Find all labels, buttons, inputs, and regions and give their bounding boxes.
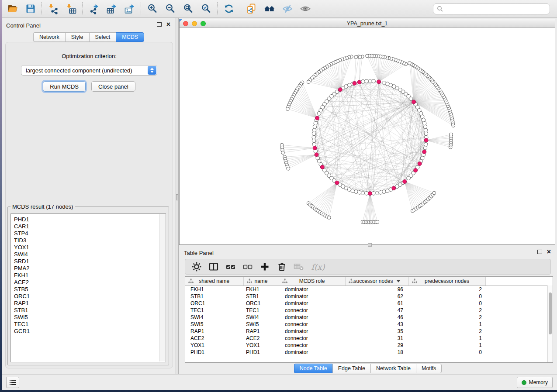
network-node[interactable] xyxy=(432,191,436,195)
mcds-result-item[interactable]: ORC1 xyxy=(14,293,159,300)
close-panel-icon[interactable]: × xyxy=(166,22,170,27)
table-row[interactable]: ORC1ORC1dominator610 xyxy=(185,300,547,307)
mcds-result-item[interactable]: SRD1 xyxy=(14,258,159,265)
table-row[interactable]: ACE2ACE2connector311 xyxy=(185,335,547,342)
network-node[interactable] xyxy=(361,191,365,195)
column-header-predecessor-nodes[interactable]: predecessor nodes xyxy=(408,277,485,286)
network-node[interactable] xyxy=(312,135,316,139)
function-builder-button[interactable]: f(x) xyxy=(308,261,328,273)
network-node[interactable] xyxy=(351,189,355,193)
table-row[interactable]: FKH1FKH1dominator962 xyxy=(185,286,547,293)
network-node[interactable] xyxy=(354,55,358,59)
show-all-button[interactable] xyxy=(296,1,314,16)
table-row[interactable]: RAP1RAP1dominator352 xyxy=(185,328,547,335)
horizontal-splitter-grip[interactable] xyxy=(368,243,372,247)
mcds-result-item[interactable]: STB1 xyxy=(14,307,159,314)
sort-descending-icon[interactable] xyxy=(397,280,400,282)
mcds-node[interactable] xyxy=(414,168,418,172)
table-row[interactable]: STB1STB1dominator620 xyxy=(185,293,547,300)
task-history-button[interactable] xyxy=(6,377,19,388)
mcds-result-item[interactable]: STB5 xyxy=(14,286,159,293)
mcds-node[interactable] xyxy=(315,116,319,120)
mcds-result-item[interactable]: SWI5 xyxy=(14,314,159,321)
table-row[interactable]: PHD1PHD1dominator180 xyxy=(185,349,547,356)
network-node[interactable] xyxy=(358,191,362,195)
network-node[interactable] xyxy=(423,125,427,129)
network-node[interactable] xyxy=(368,79,372,83)
first-neighbors-button[interactable] xyxy=(260,1,278,16)
network-node[interactable] xyxy=(313,125,317,129)
network-node[interactable] xyxy=(424,132,428,136)
network-node[interactable] xyxy=(372,79,376,83)
network-node[interactable] xyxy=(307,80,310,84)
column-header-successor-nodes[interactable]: successor nodes xyxy=(345,277,408,286)
tab-edge-table[interactable]: Edge Table xyxy=(332,364,370,373)
vertical-splitter[interactable] xyxy=(176,18,179,375)
clone-network-button[interactable] xyxy=(242,1,260,16)
open-session-button[interactable] xyxy=(3,1,21,16)
mcds-result-item[interactable]: YOX1 xyxy=(14,244,159,251)
column-header-shared-name[interactable]: shared name xyxy=(185,277,243,286)
table-row[interactable]: YOX1YOX1connector291 xyxy=(185,342,547,349)
network-node[interactable] xyxy=(365,79,369,83)
close-window-icon[interactable] xyxy=(183,21,188,26)
network-canvas[interactable] xyxy=(180,28,555,244)
network-node[interactable] xyxy=(287,167,290,170)
tab-mcds[interactable]: MCDS xyxy=(116,32,144,42)
tab-network[interactable]: Network xyxy=(33,32,65,42)
export-network-button[interactable] xyxy=(85,1,103,16)
mcds-node[interactable] xyxy=(392,186,396,190)
mcds-node[interactable] xyxy=(320,165,324,169)
table-settings-button[interactable] xyxy=(189,261,204,273)
criterion-dropdown[interactable]: largest connected component (undirected) xyxy=(21,65,157,76)
mcds-result-item[interactable]: FKH1 xyxy=(14,272,159,279)
mcds-result-item[interactable]: GCR1 xyxy=(14,328,159,335)
network-node[interactable] xyxy=(317,111,321,115)
tab-network-table[interactable]: Network Table xyxy=(370,364,416,373)
network-node[interactable] xyxy=(424,128,428,132)
network-node[interactable] xyxy=(327,216,331,220)
network-node[interactable] xyxy=(376,220,379,224)
mcds-node[interactable] xyxy=(377,80,381,84)
table-row[interactable]: SWI4SWI4dominator462 xyxy=(185,314,547,321)
mcds-node[interactable] xyxy=(418,162,422,165)
mcds-node[interactable] xyxy=(357,80,361,84)
network-graph[interactable] xyxy=(180,28,555,244)
list-scrollbar[interactable] xyxy=(159,214,165,361)
delete-column-button[interactable] xyxy=(274,261,290,273)
mcds-node[interactable] xyxy=(353,81,356,85)
zoom-fit-button[interactable] xyxy=(179,1,197,16)
zoom-selected-button[interactable] xyxy=(197,1,215,16)
minimize-window-icon[interactable] xyxy=(192,21,197,26)
network-node[interactable] xyxy=(372,192,376,196)
network-node[interactable] xyxy=(375,191,379,195)
mcds-node[interactable] xyxy=(424,138,428,142)
apply-layout-button[interactable] xyxy=(220,1,238,16)
network-node[interactable] xyxy=(365,192,369,196)
network-node[interactable] xyxy=(450,133,453,136)
mcds-result-item[interactable]: ACE2 xyxy=(14,279,159,286)
network-node[interactable] xyxy=(286,107,289,111)
mcds-result-item[interactable]: TID3 xyxy=(14,237,159,244)
network-node[interactable] xyxy=(354,190,358,194)
network-node[interactable] xyxy=(382,81,386,85)
network-node[interactable] xyxy=(361,80,365,84)
network-node[interactable] xyxy=(366,54,369,58)
mcds-node[interactable] xyxy=(338,88,342,92)
import-network-button[interactable] xyxy=(44,1,62,16)
close-panel-button[interactable]: Close panel xyxy=(91,81,135,92)
mcds-result-item[interactable]: CAR1 xyxy=(14,223,159,230)
column-header-mcds-role[interactable]: MCDS role xyxy=(279,277,345,286)
network-node[interactable] xyxy=(379,191,383,195)
network-node[interactable] xyxy=(422,121,426,125)
mcds-result-item[interactable]: PHD1 xyxy=(14,216,159,223)
tab-node-table[interactable]: Node Table xyxy=(294,364,332,373)
split-panel-button[interactable] xyxy=(206,261,221,273)
network-node[interactable] xyxy=(386,82,390,86)
mcds-node[interactable] xyxy=(403,179,407,183)
deselect-all-button[interactable] xyxy=(240,261,256,273)
table-row[interactable]: SWI5SWI5connector431 xyxy=(185,321,547,328)
zoom-out-button[interactable] xyxy=(161,1,179,16)
network-node[interactable] xyxy=(312,128,316,132)
network-node[interactable] xyxy=(314,121,318,125)
